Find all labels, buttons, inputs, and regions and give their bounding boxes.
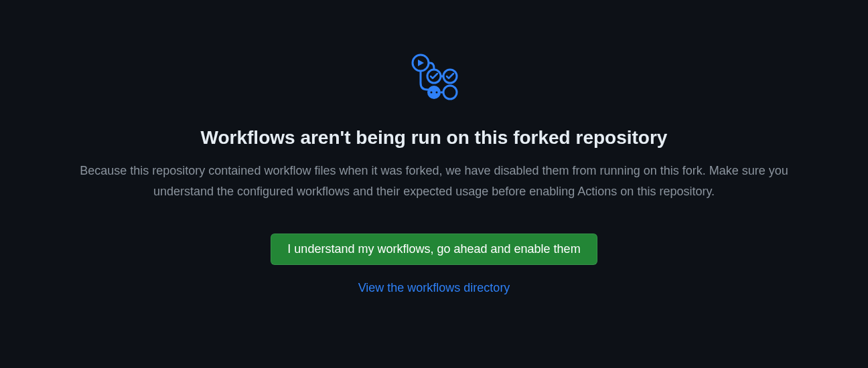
page-description: Because this repository contained workfl… [32, 161, 836, 201]
svg-point-4 [427, 86, 441, 99]
svg-point-7 [443, 86, 457, 99]
svg-point-5 [431, 92, 433, 94]
svg-point-6 [436, 92, 438, 94]
workflow-icon [407, 52, 461, 108]
enable-workflows-button[interactable]: I understand my workflows, go ahead and … [271, 234, 597, 265]
view-workflows-link[interactable]: View the workflows directory [358, 281, 510, 295]
page-heading: Workflows aren't being run on this forke… [201, 127, 668, 149]
